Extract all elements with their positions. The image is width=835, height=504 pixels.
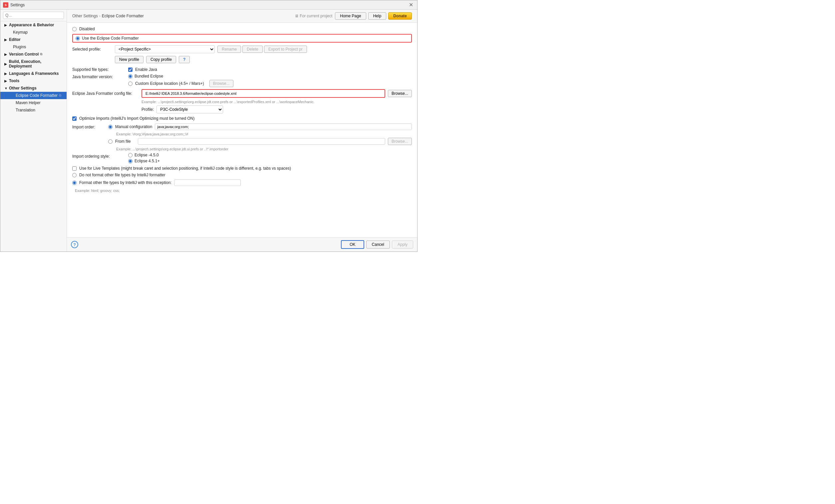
sidebar-item-label: Translation — [16, 108, 35, 112]
scope-label: For current project — [300, 14, 332, 18]
sidebar-item-label: Other Settings — [9, 86, 37, 90]
export-button[interactable]: Export to Project pr — [264, 46, 307, 53]
custom-eclipse-radio-row: Custom Eclipse location (4.5+ / Mars+) B… — [128, 80, 233, 87]
supported-file-types-row: Supported file types: Enable Java — [72, 67, 412, 72]
scope-icon: 🖥 — [294, 14, 299, 18]
bundled-eclipse-label: Bundled Eclipse — [135, 74, 163, 79]
live-templates-row: Use for Live Templates (might break care… — [72, 166, 412, 171]
sidebar-item-label: Build, Execution, Deployment — [9, 59, 64, 68]
optimize-imports-checkbox[interactable] — [72, 117, 77, 121]
sidebar-item-tools[interactable]: ▶ Tools — [0, 77, 66, 84]
sidebar-item-maven-helper[interactable]: Maven Helper — [0, 99, 66, 106]
sidebar-item-translation[interactable]: Translation — [0, 106, 66, 114]
use-eclipse-row: Use the Eclipse Code Formatter — [72, 34, 412, 43]
question-button[interactable]: ? — [179, 56, 190, 63]
manual-config-radio[interactable] — [108, 125, 113, 129]
live-templates-checkbox[interactable] — [72, 166, 77, 171]
sidebar-item-eclipse-code-formatter[interactable]: Eclipse Code Formatter ⧉ — [0, 92, 66, 99]
do-not-format-row: Do not format other file types by Intell… — [72, 173, 412, 177]
eclipse-old-radio[interactable] — [128, 153, 133, 158]
format-other-input[interactable] — [174, 179, 241, 186]
title-bar: S Settings ✕ — [0, 0, 417, 9]
browse-config-button[interactable]: Browse... — [388, 90, 412, 97]
do-not-format-label: Do not format other file types by Intell… — [79, 173, 165, 177]
enable-java-checkbox[interactable] — [128, 67, 133, 72]
config-file-label: Eclipse Java Formatter config file: — [72, 91, 139, 96]
profile-select[interactable]: <Project Specific> — [115, 45, 215, 53]
format-other-row: Format other file types by IntelliJ with… — [72, 179, 412, 186]
sidebar-item-keymap[interactable]: Keymap — [0, 28, 66, 36]
example2-text: Example: \#org;\#java;java;javax;org;com… — [116, 132, 188, 136]
new-profile-button[interactable]: New profile — [115, 56, 143, 63]
from-file-row: From file Browse... — [108, 138, 412, 145]
custom-eclipse-radio[interactable] — [128, 82, 133, 86]
sidebar-item-label: Keymap — [13, 30, 28, 35]
bundled-eclipse-radio[interactable] — [128, 74, 133, 79]
eclipse-new-radio-row: Eclipse 4.5.1+ — [128, 159, 160, 163]
manual-config-input[interactable] — [155, 123, 412, 130]
donate-button[interactable]: Donate — [388, 12, 412, 20]
sidebar-item-appearance-behavior[interactable]: ▶ Appearance & Behavior — [0, 21, 66, 28]
sidebar-item-label: Eclipse Code Formatter — [16, 93, 58, 98]
browse-from-file-button[interactable]: Browse... — [388, 138, 412, 145]
sidebar-item-languages-frameworks[interactable]: ▶ Languages & Frameworks — [0, 70, 66, 77]
optimize-imports-label: Optimize Imports (IntelliJ's Import Opti… — [79, 116, 195, 121]
sidebar-item-version-control[interactable]: ▶ Version Control ⧉ — [0, 50, 66, 58]
sidebar-item-label: Maven Helper — [16, 101, 41, 105]
example1-text: Example: ...\project\.settings\org.eclip… — [142, 100, 314, 104]
sidebar-item-other-settings[interactable]: ▼ Other Settings — [0, 84, 66, 92]
panel-header: Other Settings › Eclipse Code Formatter … — [67, 9, 417, 23]
browse-custom-button[interactable]: Browse... — [209, 80, 233, 87]
eclipse-new-radio[interactable] — [128, 159, 133, 163]
profile-dropdown-label: Profile: — [142, 107, 154, 112]
example3-text: Example: ...\project\.settings\org.eclip… — [116, 147, 228, 151]
profile-action-buttons: Rename Delete Export to Project pr — [218, 46, 307, 53]
supported-file-types-label: Supported file types: — [72, 67, 125, 72]
example-bottom-row: Example: html; groovy; css; — [75, 188, 412, 193]
java-formatter-version-row: Java formatter version: Bundled Eclipse … — [72, 74, 412, 87]
help-circle-button[interactable]: ? — [71, 241, 78, 248]
bundled-eclipse-radio-row: Bundled Eclipse — [128, 74, 233, 79]
rename-button[interactable]: Rename — [218, 46, 241, 53]
from-file-radio[interactable] — [108, 140, 113, 144]
arrow-icon: ▶ — [4, 79, 8, 83]
sidebar-item-plugins[interactable]: Plugins — [0, 43, 66, 50]
selected-profile-row: Selected profile: <Project Specific> Ren… — [72, 45, 412, 53]
disabled-radio-row: Disabled — [72, 27, 412, 31]
import-order-label: Import order: — [72, 123, 105, 129]
sidebar-item-editor[interactable]: ▶ Editor — [0, 36, 66, 43]
from-file-input[interactable] — [138, 138, 385, 145]
search-input[interactable] — [3, 12, 64, 19]
format-other-radio[interactable] — [72, 181, 77, 185]
arrow-icon: ▶ — [4, 62, 8, 66]
apply-button[interactable]: Apply — [392, 240, 413, 249]
import-order-row: Import order: Manual configuration Examp… — [72, 123, 412, 151]
bottom-bar: ? OK Cancel Apply — [67, 237, 417, 252]
copy-icon: ⧉ — [40, 52, 42, 56]
help-button[interactable]: Help — [368, 12, 387, 20]
breadcrumb-separator: › — [99, 14, 101, 18]
arrow-icon: ▶ — [4, 23, 8, 27]
manual-config-label: Manual configuration — [115, 124, 152, 129]
arrow-icon: ▶ — [4, 52, 8, 56]
config-file-input[interactable] — [143, 90, 383, 97]
enable-java-label: Enable Java — [135, 67, 157, 72]
manual-config-row: Manual configuration — [108, 123, 412, 130]
home-page-button[interactable]: Home Page — [335, 12, 366, 20]
sidebar-item-label: Appearance & Behavior — [9, 23, 54, 27]
from-file-label: From file — [115, 139, 135, 144]
search-box — [0, 9, 66, 21]
sidebar-item-build-execution[interactable]: ▶ Build, Execution, Deployment — [0, 58, 66, 70]
copy-profile-button[interactable]: Copy profile — [146, 56, 176, 63]
close-button[interactable]: ✕ — [408, 2, 414, 8]
import-ordering-row: Import ordering style: Eclipse -4.5.0 Ec… — [72, 153, 412, 163]
profile-dropdown[interactable]: P3C-CodeStyle — [157, 105, 223, 113]
app-icon: S — [3, 2, 8, 8]
delete-button[interactable]: Delete — [242, 46, 263, 53]
do-not-format-radio[interactable] — [72, 173, 77, 177]
copy-icon: ⧉ — [59, 93, 61, 98]
cancel-button[interactable]: Cancel — [366, 240, 390, 249]
ok-button[interactable]: OK — [341, 240, 364, 249]
use-eclipse-radio[interactable] — [76, 36, 80, 41]
disabled-radio[interactable] — [72, 27, 77, 31]
